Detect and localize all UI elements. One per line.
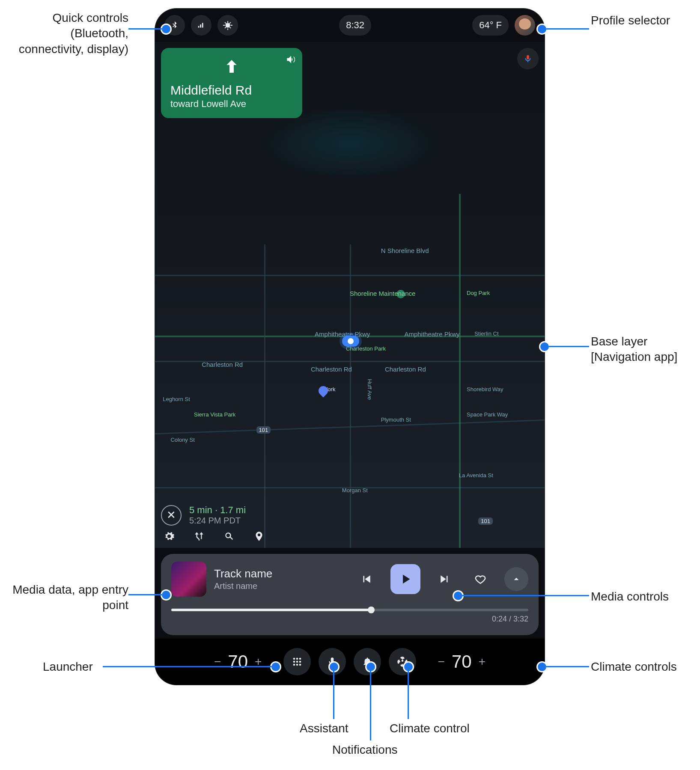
previous-track-button[interactable]	[354, 567, 378, 591]
map-label: Charleston Rd	[202, 361, 243, 368]
annotation-launcher: Launcher	[43, 659, 93, 675]
svg-point-2	[299, 658, 301, 660]
weather-text: 64° F	[479, 20, 502, 31]
temp-down-icon[interactable]: −	[435, 655, 447, 669]
map-label: Shoreline Maintenance	[350, 290, 415, 297]
media-controls-group	[354, 564, 528, 594]
map-label: Amphitheatre Pkwy	[404, 330, 459, 338]
brightness-icon[interactable]	[217, 15, 238, 36]
play-button[interactable]	[390, 564, 420, 594]
annotation-assistant: Assistant	[300, 721, 349, 736]
launcher-button[interactable]	[283, 648, 311, 675]
settings-icon[interactable]	[164, 531, 175, 542]
svg-point-0	[293, 658, 295, 660]
expand-media-button[interactable]	[504, 567, 528, 591]
close-trip-button[interactable]: ✕	[161, 505, 182, 526]
routes-icon[interactable]	[194, 531, 205, 542]
album-art[interactable]	[171, 562, 206, 597]
trip-eta: 5 min · 1.7 mi	[189, 505, 246, 516]
direction-arrow-icon	[221, 56, 242, 77]
svg-point-1	[296, 658, 298, 660]
nav-street: Middlefield Rd	[170, 83, 293, 98]
route-shield: 101	[478, 517, 493, 525]
search-icon[interactable]	[223, 531, 235, 542]
assistant-button[interactable]	[319, 648, 346, 675]
annotation-profile: Profile selector	[591, 13, 670, 28]
annotation-base-layer: Base layer [Navigation app]	[591, 334, 694, 365]
map-label: Dog Park	[467, 290, 490, 296]
map-label: Sierra Vista Park	[194, 411, 235, 418]
signal-icon[interactable]	[191, 15, 211, 36]
next-track-button[interactable]	[432, 567, 456, 591]
sound-icon[interactable]	[285, 54, 296, 65]
route-shield: 101	[256, 426, 271, 434]
annotation-climate-control: Climate control	[390, 721, 484, 736]
climate-right-temp: 70	[452, 651, 472, 672]
annotation-quick-controls: Quick controls (Bluetooth, connectivity,…	[9, 10, 128, 57]
map-label: Charleston Rd	[311, 366, 352, 373]
map-label: Space Park Way	[467, 411, 508, 418]
weather-pill: 64° F	[472, 15, 509, 36]
device-frame: 8:32 64° F N Shoreline Blvd Shoreline Ma…	[155, 9, 545, 685]
map-label: Morgan St	[342, 487, 368, 494]
svg-point-3	[293, 661, 295, 663]
svg-point-7	[296, 664, 298, 666]
system-bar: − 70 + − 70 +	[155, 639, 545, 685]
map-label: Colony St	[170, 437, 194, 443]
annotation-climate-controls: Climate controls	[591, 659, 677, 675]
media-time: 0:24 / 3:32	[171, 615, 528, 624]
svg-point-6	[293, 664, 295, 666]
map-label: Amphitheatre Pkwy	[315, 330, 370, 338]
climate-right[interactable]: − 70 +	[420, 651, 501, 672]
annotation-media-controls: Media controls	[591, 589, 669, 604]
map-label: Stierlin Ct	[474, 330, 498, 337]
climate-left-temp: 70	[228, 651, 248, 672]
map-label: Charleston Rd	[385, 366, 426, 373]
trip-arrival: 5:24 PM PDT	[189, 516, 246, 526]
temp-up-icon[interactable]: +	[476, 655, 488, 669]
svg-point-5	[299, 661, 301, 663]
clock-text: 8:32	[346, 20, 364, 31]
profile-avatar[interactable]	[515, 15, 535, 36]
map-base-layer[interactable]: N Shoreline Blvd Shoreline Maintenance D…	[155, 42, 545, 548]
notifications-button[interactable]	[354, 648, 381, 675]
navigation-direction-card[interactable]: Middlefield Rd toward Lowell Ave	[161, 48, 302, 118]
map-label: Leghorn St	[163, 396, 190, 402]
status-bar: 8:32 64° F	[155, 9, 545, 42]
map-label: Huff Ave	[366, 379, 372, 400]
annotation-media-data: Media data, app entry point	[9, 582, 128, 613]
track-name: Track name	[214, 567, 272, 580]
nav-toward: toward Lowell Ave	[170, 98, 293, 110]
svg-point-4	[296, 661, 298, 663]
map-label: La Avenida St	[459, 472, 493, 479]
clock-pill: 8:32	[339, 15, 371, 36]
trip-eta-panel: ✕ 5 min · 1.7 mi 5:24 PM PDT	[161, 505, 302, 542]
climate-fan-button[interactable]	[389, 648, 416, 675]
svg-point-8	[299, 664, 301, 666]
map-label: Plymouth St	[381, 416, 411, 423]
voice-search-button[interactable]	[517, 48, 539, 69]
favorite-button[interactable]	[468, 567, 492, 591]
media-card: Track name Artist name 0:24 / 3:32	[161, 554, 539, 635]
artist-name: Artist name	[214, 581, 272, 591]
map-label: Shorebird Way	[467, 386, 503, 392]
annotation-notifications: Notifications	[332, 742, 398, 758]
climate-left[interactable]: − 70 +	[199, 651, 280, 672]
current-location-marker	[342, 336, 359, 347]
media-progress-bar[interactable]	[171, 609, 528, 611]
pin-icon[interactable]	[253, 531, 265, 542]
map-label: N Shoreline Blvd	[381, 247, 429, 254]
